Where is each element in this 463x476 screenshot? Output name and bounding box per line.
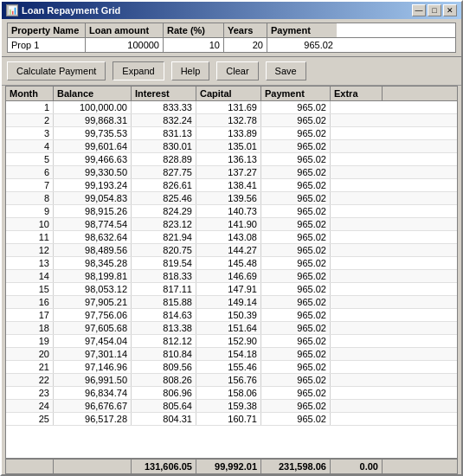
table-cell: 831.13 — [132, 127, 196, 139]
table-cell: 965.02 — [261, 348, 331, 360]
table-cell: 9 — [6, 205, 54, 217]
loan-amount-value[interactable]: 100000 — [86, 38, 164, 52]
expand-button[interactable]: Expand — [113, 61, 164, 80]
table-cell: 97,146.96 — [54, 361, 132, 373]
table-cell — [331, 348, 383, 360]
table-row: 1697,905.21815.88149.14965.02 — [6, 296, 457, 309]
table-cell: 806.96 — [132, 387, 196, 399]
table-cell: 23 — [6, 387, 54, 399]
table-cell: 22 — [6, 374, 54, 386]
table-row: 1198,632.64821.94143.08965.02 — [6, 231, 457, 244]
payment-value[interactable]: 965.02 — [267, 38, 337, 52]
table-cell: 152.90 — [196, 335, 261, 347]
table-cell — [331, 231, 383, 243]
table-cell: 2 — [6, 114, 54, 126]
table-cell: 139.56 — [196, 192, 261, 204]
main-window: 📊 Loan Repayment Grid — □ ✕ Property Nam… — [0, 0, 463, 476]
calculate-payment-button[interactable]: Calculate Payment — [7, 61, 106, 80]
table-cell: 965.02 — [261, 166, 331, 178]
table-cell: 99,601.64 — [54, 140, 132, 152]
table-cell: 965.02 — [261, 400, 331, 412]
table-cell: 965.02 — [261, 413, 331, 425]
table-row: 1100,000.00833.33131.69965.02 — [6, 101, 457, 114]
table-cell: 815.88 — [132, 296, 196, 308]
clear-button[interactable]: Clear — [216, 61, 258, 80]
table-cell: 827.75 — [132, 166, 196, 178]
table-cell: 16 — [6, 296, 54, 308]
table-cell — [331, 166, 383, 178]
table-cell: 965.02 — [261, 153, 331, 165]
table-cell: 138.41 — [196, 179, 261, 191]
table-cell: 156.76 — [196, 374, 261, 386]
tf-scrollbar-spacer — [383, 460, 396, 473]
table-cell: 98,053.12 — [54, 283, 132, 295]
table-cell: 810.84 — [132, 348, 196, 360]
table-cell — [331, 270, 383, 282]
table-cell: 817.11 — [132, 283, 196, 295]
table-cell: 154.18 — [196, 348, 261, 360]
table-cell: 812.12 — [132, 335, 196, 347]
table-cell: 131.69 — [196, 101, 261, 113]
table-cell: 96,517.28 — [54, 413, 132, 425]
table-row: 699,330.50827.75137.27965.02 — [6, 166, 457, 179]
table-body[interactable]: 1100,000.00833.33131.69965.02299,868.318… — [6, 101, 457, 458]
table-cell: 965.02 — [261, 192, 331, 204]
th-interest: Interest — [132, 87, 196, 100]
window-icon: 📊 — [6, 4, 18, 16]
years-value[interactable]: 20 — [224, 38, 267, 52]
table-cell: 965.02 — [261, 374, 331, 386]
table-cell: 821.94 — [132, 231, 196, 243]
table-cell: 965.02 — [261, 296, 331, 308]
table-cell: 99,735.53 — [54, 127, 132, 139]
tf-month — [6, 460, 54, 473]
table-row: 2296,991.50808.26156.76965.02 — [6, 374, 457, 387]
table-row: 1298,489.56820.75144.27965.02 — [6, 244, 457, 257]
save-button[interactable]: Save — [266, 61, 306, 80]
table-row: 1997,454.04812.12152.90965.02 — [6, 335, 457, 348]
rate-value[interactable]: 10 — [164, 38, 224, 52]
table-cell: 820.75 — [132, 244, 196, 256]
table-footer: 131,606.05 99,992.01 231,598.06 0.00 — [6, 458, 457, 473]
table-row: 499,601.64830.01135.01965.02 — [6, 140, 457, 153]
table-cell: 8 — [6, 192, 54, 204]
maximize-button[interactable]: □ — [428, 4, 441, 16]
table-cell — [331, 374, 383, 386]
table-cell: 143.08 — [196, 231, 261, 243]
col-payment: Payment — [267, 23, 337, 37]
table-cell: 804.31 — [132, 413, 196, 425]
table-cell: 826.61 — [132, 179, 196, 191]
table-cell: 147.91 — [196, 283, 261, 295]
table-cell: 965.02 — [261, 127, 331, 139]
table-cell: 98,345.28 — [54, 257, 132, 269]
table-cell: 97,454.04 — [54, 335, 132, 347]
table-row: 1598,053.12817.11147.91965.02 — [6, 283, 457, 296]
table-cell: 155.46 — [196, 361, 261, 373]
table-cell: 14 — [6, 270, 54, 282]
col-years: Years — [224, 23, 267, 37]
tf-balance — [54, 460, 132, 473]
table-cell: 144.27 — [196, 244, 261, 256]
close-button[interactable]: ✕ — [443, 4, 457, 16]
table-cell: 965.02 — [261, 257, 331, 269]
table-cell: 18 — [6, 322, 54, 334]
table-cell: 99,054.83 — [54, 192, 132, 204]
values-row: Prop 1 100000 10 20 965.02 — [8, 38, 455, 52]
table-cell: 97,905.21 — [54, 296, 132, 308]
table-row: 1098,774.54823.12141.90965.02 — [6, 218, 457, 231]
input-section: Property Name Loan amount Rate (%) Years… — [2, 19, 461, 57]
input-grid: Property Name Loan amount Rate (%) Years… — [7, 23, 456, 53]
table-cell — [331, 387, 383, 399]
tf-interest: 131,606.05 — [132, 460, 196, 473]
table-cell — [331, 400, 383, 412]
property-name-value[interactable]: Prop 1 — [8, 38, 86, 52]
table-cell: 965.02 — [261, 140, 331, 152]
table-cell: 6 — [6, 166, 54, 178]
help-button[interactable]: Help — [171, 61, 210, 80]
table-cell: 21 — [6, 361, 54, 373]
table-cell: 808.26 — [132, 374, 196, 386]
table-cell: 17 — [6, 309, 54, 321]
table-row: 799,193.24826.61138.41965.02 — [6, 179, 457, 192]
table-cell: 96,676.67 — [54, 400, 132, 412]
table-cell: 97,301.14 — [54, 348, 132, 360]
minimize-button[interactable]: — — [412, 4, 426, 16]
